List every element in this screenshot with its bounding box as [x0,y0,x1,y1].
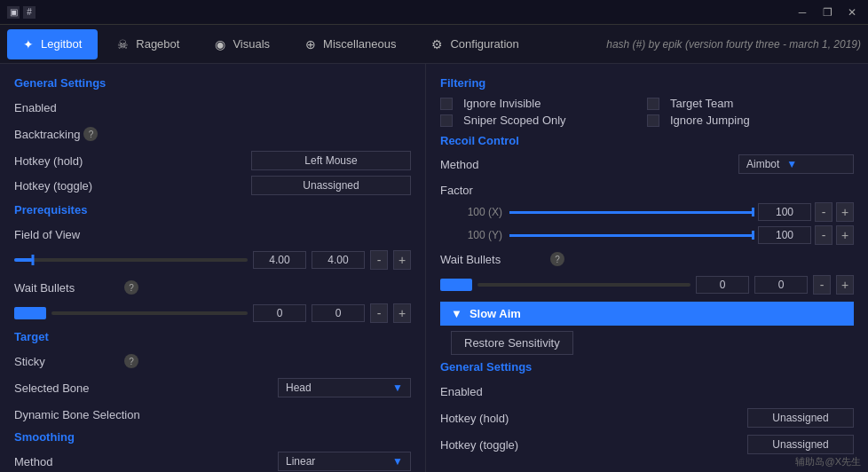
recoil-method-label: Method [440,158,511,171]
ignore-invisible-label: Ignore Invisible [463,97,541,110]
right-wait-bullets-value2[interactable]: 0 [754,276,808,294]
wait-plus-btn[interactable]: + [393,303,411,323]
selected-bone-arrow-icon: ▼ [392,382,403,394]
hotkey-hold2-value[interactable]: Unassigned [747,408,854,428]
fov-slider-track[interactable] [14,258,248,262]
config-icon: ⚙ [431,37,443,51]
factor-x-row: 100 (X) 100 - + [458,202,854,222]
backtracking-help-icon[interactable]: ? [83,127,98,141]
fov-value2[interactable]: 4.00 [312,251,365,269]
ignore-jumping-label: Ignore Jumping [670,114,750,127]
sticky-help-icon[interactable]: ? [124,354,138,368]
hotkey-toggle2-value[interactable]: Unassigned [747,435,854,454]
hotkey-hold-value[interactable]: Left Mouse [251,151,411,170]
factor-x-plus-btn[interactable]: + [836,202,854,222]
tab-miscellaneous[interactable]: ⊕ Miscellaneous [289,29,412,59]
right-wait-bullets-slider[interactable] [477,283,690,287]
right-panel: Filtering Ignore Invisible Target Team S… [426,64,868,472]
tab-legitbot[interactable]: ✦ Legitbot [7,29,98,59]
factor-x-label: 100 (X) [458,206,502,218]
dynamic-bone-label: Dynamic Bone Selection [14,408,140,421]
recoil-method-dropdown[interactable]: Aimbot ▼ [738,154,854,174]
general-settings-title2: General Settings [440,360,854,374]
slow-aim-header[interactable]: ▼ Slow Aim [440,302,854,326]
close-button[interactable]: ✕ [843,5,861,20]
smoothing-method-dropdown[interactable]: Linear ▼ [278,452,411,471]
fov-value1[interactable]: 4.00 [253,251,306,269]
fov-row: Field of View [14,224,411,245]
wait-bullets-row: Wait Bullets ? [14,277,411,298]
factor-y-plus-btn[interactable]: + [836,225,854,245]
sniper-scoped-label: Sniper Scoped Only [463,114,566,127]
sniper-scoped-checkbox[interactable] [440,114,453,127]
recoil-factor-label: Factor [440,184,511,197]
wait-bullets-value1[interactable]: 0 [253,304,306,322]
app-icon1: ▣ [7,6,20,19]
slow-aim-label: Slow Aim [470,307,521,320]
target-team-checkbox[interactable] [647,98,659,110]
wait-bullets-indicator [14,307,46,319]
general-settings-title: General Settings [14,76,411,90]
right-wait-bullets-value1[interactable]: 0 [696,276,749,294]
right-wait-bullets-row: Wait Bullets ? [440,248,854,270]
right-wait-bullets-help-icon[interactable]: ? [550,252,564,266]
ignore-invisible-item: Ignore Invisible [440,97,647,110]
nav-tabs: ✦ Legitbot ☠ Ragebot ◉ Visuals ⊕ Miscell… [0,25,868,64]
restore-sensitivity-row: Restore Sensitivity [440,331,854,355]
ignore-jumping-checkbox[interactable] [647,114,659,127]
tab-configuration[interactable]: ⚙ Configuration [415,29,534,59]
dynamic-bone-row: Dynamic Bone Selection [14,404,411,425]
ragebot-icon: ☠ [117,37,129,51]
factor-y-track[interactable] [509,234,754,237]
target-team-item: Target Team [647,97,854,110]
main-content: General Settings Enabled Backtracking ? … [0,64,868,472]
enabled-row: Enabled [14,97,411,118]
right-wait-plus-btn[interactable]: + [836,275,854,295]
selected-bone-label: Selected Bone [14,382,121,395]
recoil-method-value: Aimbot [746,158,779,170]
tab-ragebot[interactable]: ☠ Ragebot [101,29,195,59]
recoil-title: Recoil Control [440,134,854,147]
factor-y-row: 100 (Y) 100 - + [458,225,854,245]
recoil-factor-row: Factor [440,179,854,201]
selected-bone-dropdown[interactable]: Head ▼ [278,378,411,397]
wait-bullets-label: Wait Bullets [14,281,121,295]
factor-x-track[interactable] [509,211,754,214]
hotkey-toggle-row: Hotkey (toggle) Unassigned [14,175,411,196]
tab-visuals[interactable]: ◉ Visuals [199,29,286,59]
wait-bullets-slider-row: 0 0 - + [14,303,411,323]
hotkey-hold2-label: Hotkey (hold) [440,412,547,425]
hotkey-hold2-row: Hotkey (hold) Unassigned [440,407,854,429]
restore-sensitivity-button[interactable]: Restore Sensitivity [451,331,573,355]
sticky-row: Sticky ? [14,350,411,372]
hotkey-toggle-value[interactable]: Unassigned [251,176,411,195]
hotkey-hold-row: Hotkey (hold) Left Mouse [14,150,411,171]
wait-bullets-help-icon[interactable]: ? [124,280,138,295]
factor-y-value[interactable]: 100 [758,226,811,244]
right-wait-bullets-slider-row: 0 0 - + [440,275,854,295]
smoothing-method-value: Linear [286,455,315,468]
legitbot-icon: ✦ [23,37,34,51]
enabled-label: Enabled [14,101,57,114]
enabled2-label: Enabled [440,385,483,398]
hotkey-hold-label: Hotkey (hold) [14,154,121,168]
minimize-button[interactable]: ─ [793,5,811,20]
fov-plus-btn[interactable]: + [393,250,411,270]
factor-y-minus-btn[interactable]: - [815,225,832,245]
right-wait-bullets-indicator [440,279,472,291]
selected-bone-row: Selected Bone Head ▼ [14,377,411,398]
factor-x-value[interactable]: 100 [758,203,811,221]
right-wait-minus-btn[interactable]: - [813,275,831,295]
window-controls: ─ ❐ ✕ [793,5,861,20]
wait-minus-btn[interactable]: - [370,303,388,323]
restore-button[interactable]: ❐ [818,5,836,20]
smoothing-method-arrow-icon: ▼ [392,455,403,468]
smoothing-title: Smoothing [14,430,411,444]
backtracking-row: Backtracking ? [14,123,411,145]
factor-x-minus-btn[interactable]: - [815,202,832,222]
ignore-invisible-checkbox[interactable] [440,98,453,110]
fov-minus-btn[interactable]: - [370,250,388,270]
wait-bullets-value2[interactable]: 0 [312,304,365,322]
wait-bullets-slider[interactable] [51,311,248,315]
sticky-label: Sticky [14,355,121,368]
